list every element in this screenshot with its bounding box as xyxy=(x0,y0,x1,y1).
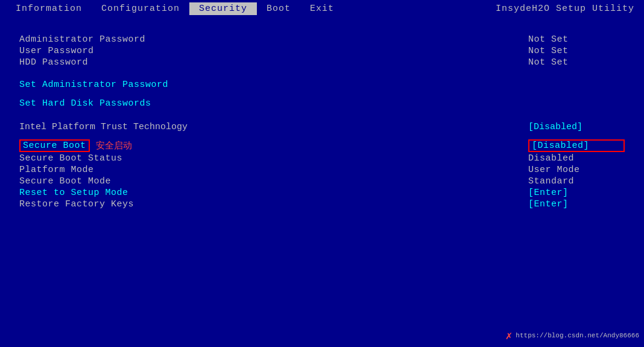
intel-platform-label: Intel Platform Trust Technology xyxy=(19,122,188,132)
set-hard-disk-link[interactable]: Set Hard Disk Passwords xyxy=(19,98,625,109)
secure-boot-label-group: Secure Boot 安全启动 xyxy=(19,139,132,152)
reset-to-setup-label[interactable]: Reset to Setup Mode xyxy=(19,188,128,198)
secure-boot-mode-value: Standard xyxy=(528,176,625,186)
user-password-value: Not Set xyxy=(528,46,625,56)
secure-boot-mode-row: Secure Boot Mode Standard xyxy=(19,176,625,186)
admin-password-label: Administrator Password xyxy=(19,34,145,45)
hdd-password-label: HDD Password xyxy=(19,57,88,68)
intel-platform-value[interactable]: [Disabled] xyxy=(528,122,625,132)
hdd-password-row: HDD Password Not Set xyxy=(19,57,625,68)
platform-mode-label: Platform Mode xyxy=(19,165,94,175)
intel-platform-row: Intel Platform Trust Technology [Disable… xyxy=(19,122,625,132)
menu-item-boot[interactable]: Boot xyxy=(257,2,300,15)
reset-to-setup-row[interactable]: Reset to Setup Mode [Enter] xyxy=(19,188,625,198)
secure-boot-mode-label: Secure Boot Mode xyxy=(19,176,111,186)
secure-boot-row[interactable]: Secure Boot 安全启动 [Disabled] xyxy=(19,139,625,152)
hdd-password-value: Not Set xyxy=(528,57,625,68)
restore-factory-value[interactable]: [Enter] xyxy=(528,199,625,209)
platform-mode-row: Platform Mode User Mode xyxy=(19,165,625,175)
admin-password-value: Not Set xyxy=(528,34,625,45)
secure-boot-label[interactable]: Secure Boot xyxy=(19,139,90,152)
menu-bar: Information Configuration Security Boot … xyxy=(0,2,344,15)
watermark-url: https://blog.csdn.net/Andy86666 xyxy=(516,332,639,339)
secure-boot-status-value: Disabled xyxy=(528,153,625,164)
utility-title: InsydeH2O Setup Utility xyxy=(496,4,644,14)
restore-factory-label: Restore Factory Keys xyxy=(19,199,134,209)
menu-item-configuration[interactable]: Configuration xyxy=(92,2,189,15)
restore-factory-row: Restore Factory Keys [Enter] xyxy=(19,199,625,209)
header-bar: Information Configuration Security Boot … xyxy=(0,0,644,15)
secure-boot-status-label: Secure Boot Status xyxy=(19,153,122,164)
menu-item-security[interactable]: Security xyxy=(189,2,257,15)
admin-password-row: Administrator Password Not Set xyxy=(19,34,625,45)
main-content: Administrator Password Not Set User Pass… xyxy=(0,20,644,209)
reset-to-setup-value[interactable]: [Enter] xyxy=(528,188,625,198)
set-admin-password-link[interactable]: Set Administrator Password xyxy=(19,80,625,90)
menu-item-exit[interactable]: Exit xyxy=(300,2,344,15)
watermark-logo: ✗ xyxy=(506,329,513,342)
user-password-label: User Password xyxy=(19,46,94,56)
secure-boot-value[interactable]: [Disabled] xyxy=(528,139,625,152)
user-password-row: User Password Not Set xyxy=(19,46,625,56)
secure-boot-chinese: 安全启动 xyxy=(96,140,132,151)
menu-item-information[interactable]: Information xyxy=(6,2,92,15)
platform-mode-value: User Mode xyxy=(528,165,625,175)
watermark: ✗ https://blog.csdn.net/Andy86666 xyxy=(506,329,639,342)
secure-boot-status-row: Secure Boot Status Disabled xyxy=(19,153,625,164)
